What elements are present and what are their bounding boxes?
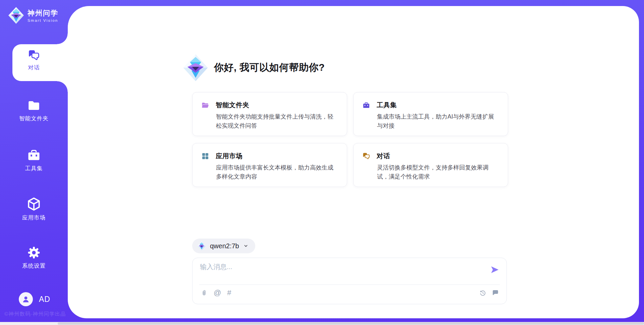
feature-cards: 智能文件夹 智能文件夹功能支持批量文件上传与清洗，轻松实现文件问答 工具集 集成…	[192, 92, 508, 187]
sidebar-item-label: 应用市场	[0, 214, 68, 221]
card-title: 智能文件夹	[216, 101, 249, 110]
avatar	[19, 292, 33, 306]
copyright-text: ©神州数码·神州问学出品	[4, 311, 66, 318]
card-description: 集成市场上主流工具，助力AI与外界无缝扩展与对接	[377, 112, 498, 130]
history-icon[interactable]	[479, 289, 486, 297]
composer-tools-right	[479, 289, 499, 297]
greeting-title: 你好, 我可以如何帮助你?	[214, 61, 325, 74]
card-toolset[interactable]: 工具集 集成市场上主流工具，助力AI与外界无缝扩展与对接	[353, 92, 508, 136]
main-panel: 你好, 我可以如何帮助你? 智能文件夹 智能文件夹功能支持批量文件上传与清洗，轻…	[68, 6, 639, 318]
send-button[interactable]	[490, 265, 500, 275]
scrollbar-thumb[interactable]	[58, 322, 644, 325]
chat-icon	[362, 152, 370, 160]
cube-icon	[26, 196, 42, 212]
sidebar-item-label: 工具集	[0, 165, 68, 172]
sidebar-item-label: 系统设置	[0, 262, 68, 270]
card-app-market[interactable]: 应用市场 应用市场提供丰富长文本模板，助力高效生成多样化文章内容	[192, 143, 347, 187]
diamond-logo-icon	[197, 241, 206, 251]
card-header: 智能文件夹	[201, 101, 337, 110]
attach-icon[interactable]	[201, 289, 208, 297]
message-input[interactable]	[200, 262, 480, 282]
person-icon	[21, 295, 30, 304]
sidebar: 神州问学 Smart Vision 对话 智能文件夹 工具集 应用市场 系统设置…	[0, 0, 68, 325]
grid-icon	[201, 152, 209, 160]
diamond-logo-icon	[8, 7, 24, 24]
sidebar-item-label: 智能文件夹	[0, 115, 68, 122]
model-name: qwen2:7b	[210, 242, 239, 250]
feedback-bubble-icon[interactable]	[492, 289, 499, 297]
open-folder-icon	[201, 101, 209, 109]
sidebar-item-app-market[interactable]: 应用市场	[0, 196, 68, 221]
sidebar-item-smart-folder[interactable]: 智能文件夹	[0, 99, 68, 122]
user-account[interactable]: AD	[19, 292, 50, 306]
sidebar-item-toolset[interactable]: 工具集	[0, 148, 68, 172]
horizontal-scrollbar	[0, 322, 644, 325]
folder-icon	[27, 99, 41, 113]
diamond-logo-icon	[183, 54, 208, 82]
sidebar-item-label: 对话	[0, 64, 68, 71]
sidebar-item-settings[interactable]: 系统设置	[0, 245, 68, 270]
card-header: 对话	[362, 151, 498, 160]
brand-name: 神州问学	[28, 8, 58, 18]
toolbox-icon	[26, 148, 41, 162]
card-title: 应用市场	[216, 151, 243, 160]
tab-connector-bottom	[57, 81, 68, 92]
composer-tools-left: @ #	[201, 289, 231, 297]
card-header: 应用市场	[201, 151, 337, 160]
user-label: AD	[39, 295, 50, 304]
card-title: 对话	[377, 151, 390, 160]
card-smart-folder[interactable]: 智能文件夹 智能文件夹功能支持批量文件上传与清洗，轻松实现文件问答	[192, 92, 347, 136]
model-selector[interactable]: qwen2:7b	[192, 239, 255, 253]
card-description: 应用市场提供丰富长文本模板，助力高效生成多样化文章内容	[216, 163, 337, 181]
card-title: 工具集	[377, 101, 397, 110]
chevron-down-icon	[243, 243, 249, 249]
card-header: 工具集	[362, 101, 498, 110]
card-description: 灵活切换多模型文件，支持多样回复效果调试，满足个性化需求	[377, 163, 498, 181]
toolbox-icon	[362, 101, 370, 109]
sidebar-item-chat[interactable]: 对话	[0, 49, 68, 71]
topic-icon[interactable]: #	[227, 289, 231, 297]
gear-icon	[26, 245, 41, 260]
tab-connector-top	[57, 34, 68, 44]
card-description: 智能文件夹功能支持批量文件上传与清洗，轻松实现文件问答	[216, 112, 337, 130]
greeting-row: 你好, 我可以如何帮助你?	[183, 54, 325, 82]
mention-icon[interactable]: @	[214, 289, 221, 297]
send-icon	[490, 265, 500, 275]
message-composer: @ #	[192, 258, 507, 304]
composer-divider	[199, 284, 500, 285]
card-chat[interactable]: 对话 灵活切换多模型文件，支持多样回复效果调试，满足个性化需求	[353, 143, 508, 187]
brand-subtitle: Smart Vision	[28, 18, 58, 22]
brand-logo: 神州问学 Smart Vision	[8, 7, 58, 24]
chat-icon	[27, 49, 41, 62]
